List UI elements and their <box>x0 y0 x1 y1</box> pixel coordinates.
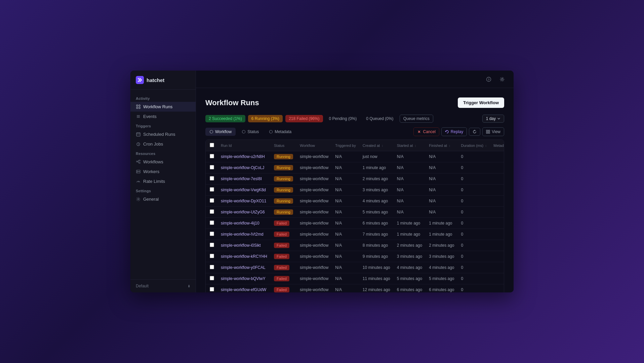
cancel-button[interactable]: Cancel <box>413 127 439 136</box>
row-checkbox[interactable] <box>210 187 214 192</box>
running-badge[interactable]: 6 Running (3%) <box>248 115 283 122</box>
table-row[interactable]: simple-workflow-UtZyG6 Running simple-wo… <box>206 207 504 218</box>
help-icon[interactable]: ? <box>484 75 493 84</box>
table-row[interactable]: simple-workflow-bQVlwY Failed simple-wor… <box>206 273 504 284</box>
svg-point-24 <box>137 199 139 200</box>
row-checkbox[interactable] <box>210 276 214 280</box>
started-at-cell: 2 minutes ago <box>394 240 426 251</box>
row-checkbox[interactable] <box>210 265 214 269</box>
row-checkbox[interactable] <box>210 198 214 203</box>
created-at-cell: 2 minutes ago <box>359 173 394 185</box>
select-all-checkbox[interactable] <box>210 143 214 147</box>
created-at-cell: 10 minutes ago <box>359 262 394 273</box>
svg-line-17 <box>138 161 139 162</box>
settings-icon <box>136 197 140 202</box>
triggered-by-cell: N/A <box>332 262 359 273</box>
tab-status[interactable]: Status <box>238 128 263 136</box>
sidebar-item-cron-jobs[interactable]: Cron Jobs <box>130 139 196 149</box>
sidebar-label-scheduled-runs: Scheduled Runs <box>143 132 175 137</box>
table-row[interactable]: simple-workflow-i0Sikt Failed simple-wor… <box>206 240 504 251</box>
metadata-cell <box>490 251 504 262</box>
row-checkbox[interactable] <box>210 165 214 169</box>
created-at-cell: 8 minutes ago <box>359 240 394 251</box>
succeeded-badge[interactable]: 2 Succeeded (1%) <box>205 115 245 122</box>
row-checkbox[interactable] <box>210 209 214 214</box>
table-row[interactable]: simple-workflow-u2rN8H Running simple-wo… <box>206 151 504 162</box>
tab-metadata[interactable]: Metadata <box>265 128 295 136</box>
duration-cell: 0 <box>458 173 490 185</box>
metadata-cell <box>490 185 504 196</box>
row-checkbox[interactable] <box>210 154 214 158</box>
created-at-cell: 12 minutes ago <box>359 284 394 293</box>
run-id-cell: simple-workflow-4ij10 <box>217 218 271 229</box>
finished-at-cell: N/A <box>426 151 457 162</box>
finished-at-cell: 1 minute ago <box>426 218 457 229</box>
workflow-cell: simple-workflow <box>296 229 332 240</box>
table-row[interactable]: simple-workflow-DpXO11 Running simple-wo… <box>206 196 504 207</box>
svg-rect-3 <box>139 107 140 109</box>
sidebar-item-workers[interactable]: Workers <box>130 167 196 176</box>
runs-table: Run Id Status Workflow Triggered by Crea… <box>206 140 504 292</box>
table-row[interactable]: simple-workflow-y0FCAL Failed simple-wor… <box>206 262 504 273</box>
row-checkbox[interactable] <box>210 287 214 291</box>
table-row[interactable]: simple-workflow-lVt2md Failed simple-wor… <box>206 229 504 240</box>
sidebar-item-scheduled-runs[interactable]: Scheduled Runs <box>130 129 196 139</box>
table-row[interactable]: simple-workflow-VwgK8d Running simple-wo… <box>206 185 504 196</box>
table-row[interactable]: simple-workflow-kRCYHH Failed simple-wor… <box>206 251 504 262</box>
svg-rect-14 <box>136 161 138 162</box>
tab-workflow[interactable]: Workflow <box>205 128 236 136</box>
trigger-workflow-button[interactable]: Trigger Workflow <box>458 97 504 108</box>
col-workflow: Workflow <box>296 140 332 151</box>
row-checkbox[interactable] <box>210 254 214 258</box>
table-row[interactable]: simple-workflow-efGUdW Failed simple-wor… <box>206 284 504 293</box>
queue-metrics-button[interactable]: Queue metrics <box>400 115 433 123</box>
sidebar-item-general[interactable]: General <box>130 194 196 204</box>
started-at-cell: N/A <box>394 196 426 207</box>
workspace-label: Default <box>136 284 149 288</box>
view-button[interactable]: View <box>482 127 504 136</box>
table-row[interactable]: simple-workflow-4ij10 Failed simple-work… <box>206 218 504 229</box>
duration-cell: 0 <box>458 218 490 229</box>
day-selector[interactable]: 1 day <box>482 115 504 123</box>
triggered-by-cell: N/A <box>332 196 359 207</box>
workflow-cell: simple-workflow <box>296 284 332 293</box>
run-id-cell: simple-workflow-VwgK8d <box>217 185 271 196</box>
failed-badge[interactable]: 218 Failed (96%) <box>285 115 323 122</box>
status-cell: Failed <box>271 218 296 229</box>
row-checkbox[interactable] <box>210 176 214 180</box>
main-content: ? Workflow Runs Trigger Workflow 2 Succe… <box>196 71 514 292</box>
row-checkbox[interactable] <box>210 232 214 236</box>
workflow-cell: simple-workflow <box>296 196 332 207</box>
triggered-by-cell: N/A <box>332 207 359 218</box>
refresh-button[interactable] <box>469 128 480 136</box>
started-at-cell: 5 minutes ago <box>394 273 426 284</box>
sidebar-label-general: General <box>143 197 159 202</box>
finished-at-cell: 4 minutes ago <box>426 262 457 273</box>
finished-at-cell: 5 minutes ago <box>426 273 457 284</box>
sidebar-footer: Default ⬇ <box>130 279 196 292</box>
filter-row: 2 Succeeded (1%) 6 Running (3%) 218 Fail… <box>205 115 504 123</box>
gear-icon[interactable] <box>497 75 507 84</box>
finished-at-cell: N/A <box>426 185 457 196</box>
created-at-cell: 5 minutes ago <box>359 207 394 218</box>
pending-badge[interactable]: 0 Pending (0%) <box>326 115 360 122</box>
sidebar-label-rate-limits: Rate Limits <box>143 179 165 184</box>
run-id-cell: simple-workflow-UtZyG6 <box>217 207 271 218</box>
sidebar-item-workflow-runs[interactable]: Workflow Runs <box>130 102 196 112</box>
sidebar-item-rate-limits[interactable]: Rate Limits <box>130 176 196 186</box>
replay-button[interactable]: Replay <box>441 127 467 136</box>
duration-cell: 0 <box>458 196 490 207</box>
run-id-cell: simple-workflow-i0Sikt <box>217 240 271 251</box>
workflow-cell: simple-workflow <box>296 162 332 173</box>
duration-cell: 0 <box>458 162 490 173</box>
duration-cell: 0 <box>458 185 490 196</box>
sidebar-item-events[interactable]: Events <box>130 112 196 121</box>
workflow-cell: simple-workflow <box>296 218 332 229</box>
queued-badge[interactable]: 0 Queued (0%) <box>363 115 397 122</box>
row-checkbox[interactable] <box>210 220 214 225</box>
table-row[interactable]: simple-workflow-OjCoLJ Running simple-wo… <box>206 162 504 173</box>
sidebar-item-workflows[interactable]: Workflows <box>130 157 196 167</box>
table-row[interactable]: simple-workflow-7esI8I Running simple-wo… <box>206 173 504 185</box>
row-checkbox[interactable] <box>210 243 214 247</box>
created-at-cell: 9 minutes ago <box>359 251 394 262</box>
